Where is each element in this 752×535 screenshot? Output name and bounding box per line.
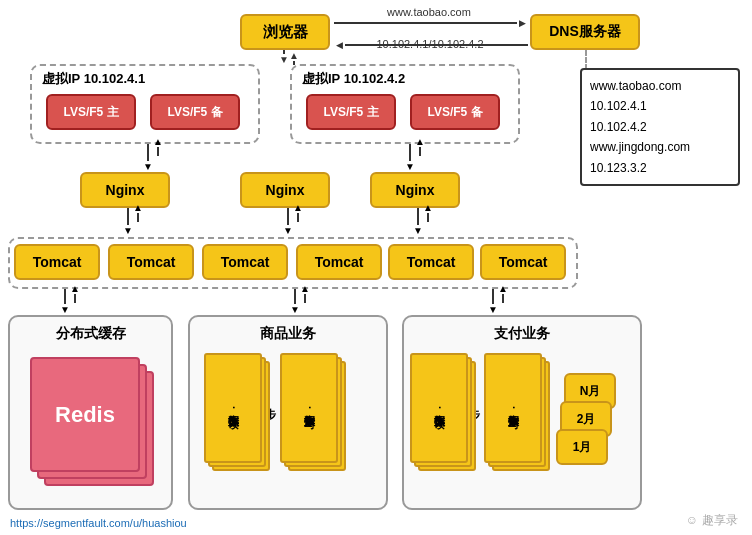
db-read2-label: 数据库·读 xyxy=(432,406,447,409)
cache-label: 分布式缓存 xyxy=(10,325,171,343)
diagram: 浏览器 DNS服务器 ▶ www.taobao.com ◀ 10.102.4.1… xyxy=(0,0,752,535)
browser-dns-label-bottom: 10.102.4.1/10.102.4.2 xyxy=(330,38,530,50)
lvs2-main-box: LVS/F5 主 xyxy=(306,94,396,130)
pay-label: 支付业务 xyxy=(404,325,640,343)
tomcat-box-4: Tomcat xyxy=(296,244,382,280)
tomcat-box-3: Tomcat xyxy=(202,244,288,280)
db-write2-label: 数据库·写 xyxy=(506,406,521,409)
month1-box: 1月 xyxy=(556,429,608,465)
nginx3-box: Nginx xyxy=(370,172,460,208)
tomcat-box-5: Tomcat xyxy=(388,244,474,280)
db-read-label: 数据库·读 xyxy=(226,406,241,409)
vip1-label: 虚拟IP 10.102.4.1 xyxy=(42,70,145,88)
vip1-group: 虚拟IP 10.102.4.1 LVS/F5 主 LVS/F5 备 xyxy=(30,64,260,144)
goods-label: 商品业务 xyxy=(190,325,386,343)
db-write-label: 数据库·写 xyxy=(302,406,317,409)
vip2-group: 虚拟IP 10.102.4.2 LVS/F5 主 LVS/F5 备 xyxy=(290,64,520,144)
tomcat-box-2: Tomcat xyxy=(108,244,194,280)
url-footer: https://segmentfault.com/u/huashiou xyxy=(10,517,187,529)
vip2-label: 虚拟IP 10.102.4.2 xyxy=(302,70,405,88)
pay-service-box: 支付业务 数据库·写 同步 ⇔ 数据库·读 N月 xyxy=(402,315,642,510)
cache-service-box: 分布式缓存 Redis xyxy=(8,315,173,510)
dns-info-box: www.taobao.com 10.102.4.1 10.102.4.2 www… xyxy=(580,68,740,186)
browser-box: 浏览器 xyxy=(240,14,330,50)
lvs2-backup-box: LVS/F5 备 xyxy=(410,94,500,130)
tomcat-box-1: Tomcat xyxy=(14,244,100,280)
nginx2-box: Nginx xyxy=(240,172,330,208)
redis-label: Redis xyxy=(55,402,115,428)
tomcat-box-6: Tomcat xyxy=(480,244,566,280)
nginx1-box: Nginx xyxy=(80,172,170,208)
lvs1-backup-box: LVS/F5 备 xyxy=(150,94,240,130)
goods-service-box: 商品业务 数据库·写 同步 ⇔ 数据库·读 xyxy=(188,315,388,510)
browser-dns-label-top: www.taobao.com xyxy=(334,6,524,18)
lvs1-main-box: LVS/F5 主 xyxy=(46,94,136,130)
watermark: ☺趣享录 xyxy=(686,512,738,529)
dns-server-box: DNS服务器 xyxy=(530,14,640,50)
